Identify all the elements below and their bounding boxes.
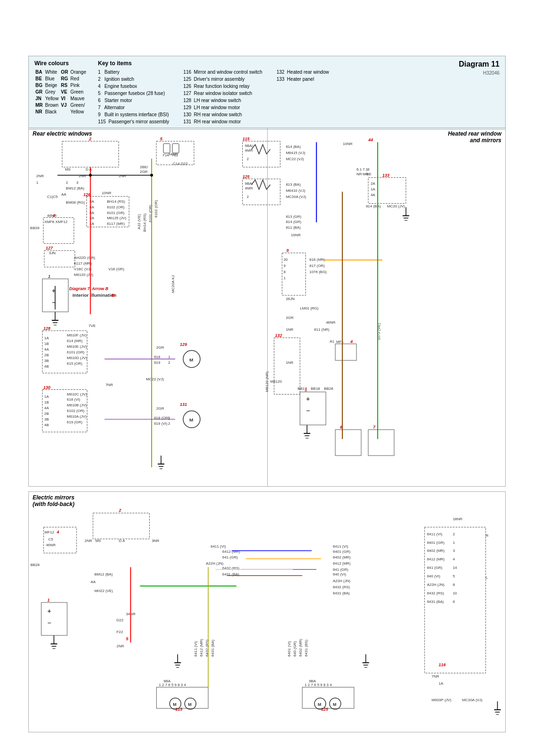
svg-point-207: [89, 174, 92, 177]
svg-text:XMF8  XMF12: XMF8 XMF12: [44, 220, 68, 224]
svg-text:1: 1: [48, 274, 51, 279]
svg-text:6102 (OR): 6102 (OR): [154, 200, 158, 218]
svg-text:M610D (JV): M610D (JV): [67, 356, 87, 360]
svg-text:BM12 (BA): BM12 (BA): [66, 186, 85, 190]
svg-text:A22H (JN): A22H (JN): [333, 579, 350, 583]
header-legend: Wire colours BAWhite OROrange BEBlue RGR…: [28, 56, 506, 129]
key-items-section: Key to items 1 Battery 2 Ignition switch…: [98, 60, 449, 125]
svg-text:6431 (BA): 6431 (BA): [333, 591, 350, 595]
svg-text:BB28: BB28: [30, 563, 40, 567]
svg-rect-292: [302, 687, 354, 708]
svg-text:A22H (JN): A22H (JN): [206, 561, 223, 566]
svg-text:641 (GR): 641 (GR): [333, 567, 348, 572]
top-diagram-area: Rear electric windows Heated rear window…: [28, 128, 506, 487]
svg-text:619 (GR): 619 (GR): [67, 420, 83, 424]
svg-point-208: [150, 174, 153, 177]
svg-text:8: 8: [453, 583, 455, 587]
svg-text:20: 20: [283, 258, 288, 262]
svg-text:V18C (VJ): V18C (VJ): [74, 267, 92, 271]
svg-text:6431 (BA): 6431 (BA): [211, 639, 215, 656]
svg-text:619: 619: [154, 361, 161, 365]
svg-text:9: 9: [286, 248, 288, 253]
svg-text:MC20A KJ: MC20A KJ: [171, 275, 175, 293]
svg-text:3: 3: [453, 549, 455, 553]
svg-text:M610C (JV): M610C (JV): [67, 392, 87, 396]
key-items-col-3: 132 Heated rear window 133 Heater panel: [277, 69, 329, 125]
svg-text:16NR: 16NR: [291, 233, 301, 237]
svg-text:1NR: 1NR: [286, 327, 293, 332]
svg-text:D22: D22: [181, 162, 188, 166]
svg-text:2: 2: [88, 137, 91, 141]
svg-text:AA: AA: [91, 580, 96, 584]
svg-text:6117 (MR): 6117 (MR): [74, 261, 92, 266]
svg-text:131: 131: [180, 402, 187, 407]
svg-text:6401 (VI): 6401 (VI): [287, 641, 291, 657]
svg-text:34NR: 34NR: [168, 152, 178, 156]
svg-text:4A: 4A: [371, 193, 375, 197]
svg-text:−: −: [47, 619, 51, 627]
svg-text:3B: 3B: [44, 359, 49, 363]
svg-text:640 (GR): 640 (GR): [293, 641, 297, 657]
svg-text:3: 3: [76, 180, 79, 185]
wire-colours-table: BAWhite OROrange BEBlue RGRed BGBeige RS…: [34, 69, 88, 116]
svg-text:D A: D A: [119, 539, 126, 543]
svg-text:1 2 7 6 5 9 8 3 4: 1 2 7 6 5 9 8 3 4: [305, 683, 332, 687]
svg-text:46NR: 46NR: [46, 543, 56, 547]
svg-text:1A: 1A: [439, 681, 443, 686]
svg-text:6432 (RS): 6432 (RS): [333, 585, 350, 589]
svg-text:BB18: BB18: [311, 387, 320, 391]
svg-text:132: 132: [275, 333, 282, 338]
svg-text:BH14 (RS): BH14 (RS): [143, 214, 147, 232]
svg-text:C5: C5: [48, 537, 53, 541]
svg-text:9JN: 9JN: [49, 251, 56, 255]
svg-text:814 (GR): 814 (GR): [286, 220, 301, 224]
svg-text:Diagram 7, Arrow B: Diagram 7, Arrow B: [69, 286, 109, 291]
svg-text:MC20A (VJ): MC20A (VJ): [462, 698, 483, 702]
bottom-diagram-svg: 2 MS D A MF12 4 C5 46NR BB28 1 + − BM12 …: [29, 492, 505, 732]
svg-text:Interior illumination: Interior illumination: [73, 292, 117, 298]
svg-text:MC20 (JV): MC20 (JV): [387, 204, 405, 208]
svg-text:6101 (GR): 6101 (GR): [67, 350, 85, 354]
wire-colours-title: Wire colours: [34, 60, 88, 67]
svg-text:1: 1: [36, 180, 39, 185]
svg-text:3B: 3B: [44, 417, 49, 421]
svg-text:2B: 2B: [44, 412, 49, 416]
svg-rect-0: [62, 141, 119, 167]
svg-text:817 (OR): 817 (OR): [309, 264, 325, 268]
svg-text:4A: 4A: [44, 347, 49, 352]
svg-text:116: 116: [439, 662, 446, 667]
svg-text:A22 (VE): A22 (VE): [137, 214, 141, 230]
svg-text:813 (GR): 813 (GR): [286, 215, 301, 219]
svg-text:2GR: 2GR: [156, 406, 164, 411]
svg-text:813 (BA): 813 (BA): [286, 182, 301, 187]
svg-text:MS: MS: [65, 167, 71, 172]
svg-text:C14: C14: [173, 162, 180, 166]
svg-text:127: 127: [46, 246, 53, 250]
svg-text:6412 (MR): 6412 (MR): [199, 639, 203, 657]
svg-text:M8120: M8120: [270, 379, 282, 384]
svg-text:6432 (RS): 6432 (RS): [427, 591, 444, 595]
svg-text:6431 (BS): 6431 (BS): [304, 639, 308, 656]
svg-rect-164: [335, 430, 361, 455]
svg-text:L: L: [486, 576, 488, 580]
svg-text:811 (BA): 811 (BA): [286, 225, 301, 230]
svg-text:M: M: [318, 702, 321, 707]
diagram-title: Diagram 11: [459, 60, 500, 69]
svg-text:18NR: 18NR: [453, 517, 463, 521]
svg-text:6101 (GR): 6101 (GR): [107, 211, 125, 215]
svg-text:130: 130: [43, 385, 51, 390]
svg-text:MS: MS: [95, 539, 101, 543]
svg-text:129: 129: [180, 342, 187, 347]
svg-rect-158: [274, 338, 300, 395]
svg-text:M: M: [188, 702, 191, 707]
bottom-diagram-area: Electric mirrors(with fold-back) 2 MS D …: [28, 491, 506, 732]
svg-text:9BA: 9BA: [163, 679, 171, 683]
svg-text:BE: BE: [366, 172, 372, 176]
svg-text:2NR: 2NR: [117, 644, 124, 648]
svg-text:1: 1: [47, 598, 50, 602]
svg-text:1NR: 1NR: [286, 361, 293, 365]
key-items-col-2: 116 Mirror and window control switch 125…: [183, 69, 262, 125]
svg-text:125: 125: [321, 707, 329, 712]
svg-text:641 (GR): 641 (GR): [222, 555, 238, 559]
svg-text:1A: 1A: [44, 395, 49, 399]
